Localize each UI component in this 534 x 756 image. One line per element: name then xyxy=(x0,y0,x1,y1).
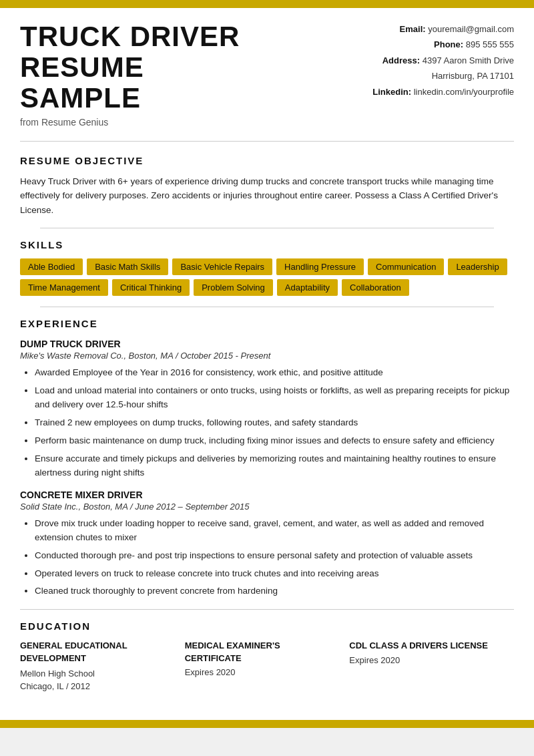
objective-text: Heavy Truck Driver with 6+ years of expe… xyxy=(20,174,514,218)
bullet: Awarded Employee of the Year in 2016 for… xyxy=(35,366,514,380)
skill-tag: Adaptability xyxy=(277,279,338,296)
skill-tag: Critical Thinking xyxy=(112,279,190,296)
edu-expires-3: Expires 2020 xyxy=(349,655,501,665)
address-value-1: 4397 Aaron Smith Drive xyxy=(423,55,514,65)
skill-tag: Time Management xyxy=(20,279,108,296)
header: TRUCK DRIVER RESUME SAMPLE from Resume G… xyxy=(0,8,534,141)
experience-divider xyxy=(40,307,494,307)
job-bullets-1: Awarded Employee of the Year in 2016 for… xyxy=(35,366,514,480)
bullet: Cleaned truck thoroughly to prevent conc… xyxy=(35,584,514,598)
linkedin-label: Linkedin: xyxy=(372,87,411,97)
skill-tag: Problem Solving xyxy=(194,279,273,296)
skill-tag: Collaboration xyxy=(342,279,409,296)
edu-school-1: Mellon High SchoolChicago, IL / 2012 xyxy=(20,667,172,693)
skills-container: Able Bodied Basic Math Skills Basic Vehi… xyxy=(20,258,514,296)
bullet: Load and unload material into containers… xyxy=(35,384,514,412)
objective-section-title: RESUME OBJECTIVE xyxy=(20,155,514,166)
bullet: Drove mix truck under loading hopper to … xyxy=(35,517,514,545)
address-label: Address: xyxy=(382,55,420,65)
phone-value: 895 555 555 xyxy=(466,39,514,49)
skill-tag: Communication xyxy=(368,258,444,275)
resume-page: TRUCK DRIVER RESUME SAMPLE from Resume G… xyxy=(0,0,534,728)
education-section-title: EDUCATION xyxy=(20,620,514,632)
skills-divider xyxy=(40,228,494,228)
email-line: Email: youremail@gmail.com xyxy=(367,21,514,37)
address-line: Address: 4397 Aaron Smith Drive Harrisbu… xyxy=(367,53,514,84)
bullet: Operated levers on truck to release conc… xyxy=(35,567,514,581)
edu-expires-2: Expires 2020 xyxy=(185,667,336,677)
phone-label: Phone: xyxy=(434,39,463,49)
bullet: Ensure accurate and timely pickups and d… xyxy=(35,452,514,480)
edu-item-2: MEDICAL EXAMINER'S CERTIFICATE Expires 2… xyxy=(185,640,350,693)
edu-item-3: CDL CLASS A DRIVERS LICENSE Expires 2020 xyxy=(349,640,514,693)
main-content: RESUME OBJECTIVE Heavy Truck Driver with… xyxy=(0,142,534,707)
skill-tag: Basic Math Skills xyxy=(87,258,168,275)
skill-tag: Handling Pressure xyxy=(276,258,364,275)
skill-tag: Able Bodied xyxy=(20,258,83,275)
resume-title: TRUCK DRIVER RESUME SAMPLE xyxy=(20,21,367,114)
bullet: Conducted thorough pre- and post trip in… xyxy=(35,549,514,563)
education-divider xyxy=(20,609,514,610)
experience-section-title: EXPERIENCE xyxy=(20,318,514,329)
bottom-bar xyxy=(0,720,534,728)
education-grid: GENERAL EDUCATIONAL DEVELOPMENT Mellon H… xyxy=(20,640,514,693)
phone-line: Phone: 895 555 555 xyxy=(367,37,514,52)
job-company-2: Solid State Inc., Boston, MA / June 2012… xyxy=(20,502,514,512)
resume-subtitle: from Resume Genius xyxy=(20,117,367,128)
edu-degree-1: GENERAL EDUCATIONAL DEVELOPMENT xyxy=(20,640,172,664)
address-value-2: Harrisburg, PA 17101 xyxy=(432,71,514,81)
email-value: youremail@gmail.com xyxy=(428,24,514,34)
linkedin-value: linkedin.com/in/yourprofile xyxy=(414,87,514,97)
linkedin-line: Linkedin: linkedin.com/in/yourprofile xyxy=(367,84,514,100)
edu-degree-3: CDL CLASS A DRIVERS LICENSE xyxy=(349,640,501,652)
bullet: Perform basic maintenance on dump truck,… xyxy=(35,434,514,448)
job-title-2: CONCRETE MIXER DRIVER xyxy=(20,490,514,500)
job-title-1: DUMP TRUCK DRIVER xyxy=(20,339,514,349)
edu-item-1: GENERAL EDUCATIONAL DEVELOPMENT Mellon H… xyxy=(20,640,185,693)
skills-section-title: SKILLS xyxy=(20,239,514,250)
job-company-1: Mike's Waste Removal Co., Boston, MA / O… xyxy=(20,351,514,361)
header-left: TRUCK DRIVER RESUME SAMPLE from Resume G… xyxy=(20,21,367,128)
header-contact: Email: youremail@gmail.com Phone: 895 55… xyxy=(367,21,514,100)
bullet: Trained 2 new employees on dump trucks, … xyxy=(35,416,514,430)
top-bar xyxy=(0,0,534,8)
skill-tag: Leadership xyxy=(448,258,507,275)
skill-tag: Basic Vehicle Repairs xyxy=(172,258,272,275)
job-bullets-2: Drove mix truck under loading hopper to … xyxy=(35,517,514,599)
email-label: Email: xyxy=(400,24,426,34)
edu-degree-2: MEDICAL EXAMINER'S CERTIFICATE xyxy=(185,640,336,664)
